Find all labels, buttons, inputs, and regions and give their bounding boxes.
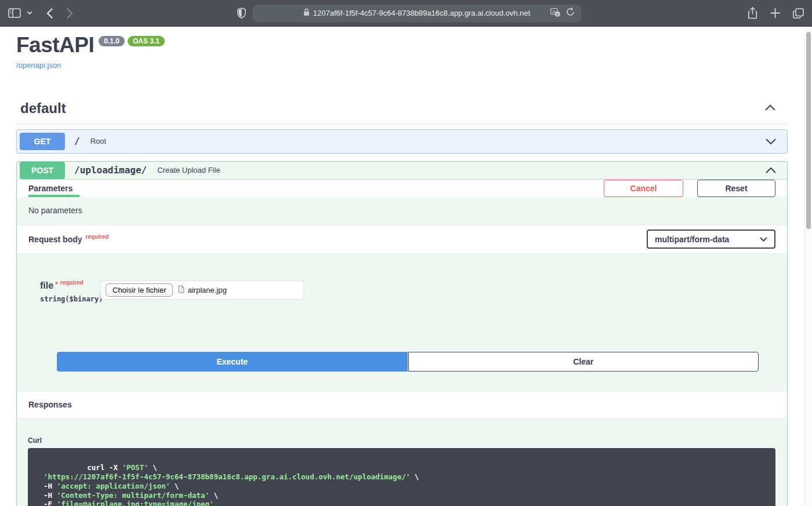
back-button-icon[interactable] [46,8,53,19]
get-method-badge: GET [20,133,65,150]
post-summary: Create Upload File [157,166,220,174]
cancel-button[interactable]: Cancel [604,180,683,197]
chevron-up-icon[interactable] [765,167,777,174]
tag-section-default[interactable]: default [16,100,788,124]
curl-command-text: curl -X 'POST' \ 'https://1207af6f-1f5f-… [35,463,419,506]
tab-parameters[interactable]: Parameters [28,180,72,197]
content-type-select[interactable]: multipart/form-data [647,230,775,249]
chevron-down-icon[interactable] [765,138,777,145]
no-parameters-text: No parameters [17,197,787,225]
scrollbar-thumb[interactable] [806,32,811,229]
chevron-up-icon[interactable] [764,103,776,114]
sidebar-toggle-icon[interactable] [8,8,21,18]
curl-command-block: curl -X 'POST' \ 'https://1207af6f-1f5f-… [28,448,775,506]
chevron-down-icon [760,237,767,242]
file-param-star: * [55,281,58,289]
sidebar-dropdown-chevron-icon[interactable] [27,11,32,15]
tabs-overview-icon[interactable] [793,8,804,19]
parameters-section-header: Parameters Cancel Reset [17,180,787,197]
page-content: FastAPI 0.1.0 OAS 3.1 /openapi.json defa… [0,27,812,506]
responses-section-header: Responses [17,391,787,418]
responses-label: Responses [28,400,72,409]
post-opblock-header[interactable]: POST /uploadimage/ Create Upload File [17,162,787,180]
version-badge: 0.1.0 [99,36,125,46]
file-param-name: file [40,281,53,290]
content-type-value: multipart/form-data [655,235,729,244]
address-bar[interactable]: 1207af6f-1f5f-4c57-9c64-8738b89a16c8.app… [253,5,581,22]
tag-section-title: default [20,100,66,117]
post-method-badge: POST [20,162,65,179]
privacy-shield-icon[interactable] [237,8,246,19]
file-param-required: required [60,279,84,286]
lock-icon [303,8,310,18]
request-body-required-flag: required [86,234,109,240]
browser-toolbar: 1207af6f-1f5f-4c57-9c64-8738b89a16c8.app… [0,0,812,27]
oas-badge: OAS 3.1 [128,36,165,46]
execute-button[interactable]: Execute [57,352,408,372]
opblock-get-root[interactable]: GET / Root [16,129,788,154]
file-document-icon [178,285,184,295]
share-icon[interactable] [748,7,757,19]
new-tab-icon[interactable] [770,8,780,18]
request-body-section-header: Request body required multipart/form-dat… [17,225,787,254]
reload-icon[interactable] [566,8,575,19]
get-summary: Root [90,137,106,145]
forward-button-icon[interactable] [67,8,73,19]
translate-icon[interactable]: Ax [550,8,560,19]
get-path: / [74,136,80,147]
curl-label: Curl [28,436,775,445]
page-title: FastAPI [16,34,94,57]
opblock-post-uploadimage: POST /uploadimage/ Create Upload File Pa… [16,161,788,506]
request-body-label: Request body [28,235,82,244]
selected-file-name: airplane.jpg [187,286,226,294]
page-scrollbar[interactable] [804,27,812,506]
file-input[interactable]: Choisir le fichier airplane.jpg [100,281,304,300]
openapi-spec-link[interactable]: /openapi.json [16,61,61,70]
post-path: /uploadimage/ [74,165,147,176]
file-param-type: string($binary) [40,295,100,303]
svg-text:x: x [556,12,559,16]
reset-button[interactable]: Reset [697,180,775,197]
url-text: 1207af6f-1f5f-4c57-9c64-8738b89a16c8.app… [313,9,530,17]
choose-file-button[interactable]: Choisir le fichier [106,283,173,297]
clear-button[interactable]: Clear [408,352,759,372]
